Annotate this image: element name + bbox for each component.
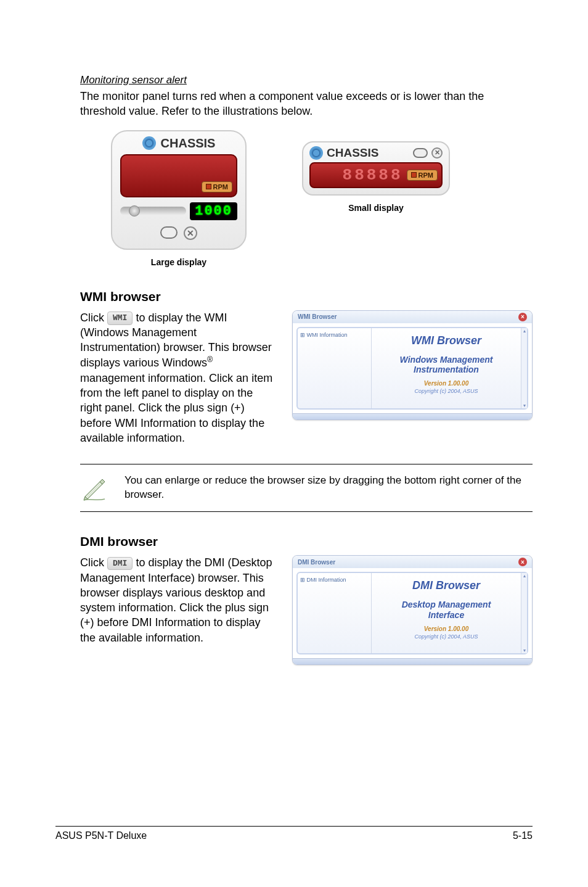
dmi-copyright: Copyright (c) 2004, ASUS (414, 633, 478, 640)
large-caption: Large display (151, 257, 206, 267)
chassis-large-gauge: CHASSIS RPM 1000 ✕ (111, 130, 247, 250)
page-footer: ASUS P5N-T Deluxe 5-15 (55, 826, 533, 841)
wmi-panel-sub: Windows Management Instrumentation (400, 355, 493, 376)
dmi-browser-window: DMI Browser × ⊞ DMI Information DMI Brow… (292, 555, 533, 665)
pencil-icon (80, 473, 110, 503)
monitoring-subheading: Monitoring sensor alert (80, 74, 533, 86)
chassis-small-gauge: CHASSIS ✕ 88888 RPM (302, 141, 450, 196)
dial-row: 1000 (120, 202, 237, 220)
alert-panel-large: RPM (120, 154, 237, 197)
threshold-slider[interactable] (120, 207, 186, 215)
alert-panel-small: 88888 RPM (309, 162, 443, 188)
monitoring-body: The monitor panel turns red when a compo… (80, 89, 533, 119)
registered-mark: ® (207, 355, 213, 364)
dmi-tree-label: DMI Information (307, 577, 346, 583)
lcd-readout: 1000 (190, 202, 237, 220)
chassis-large-header: CHASSIS (142, 136, 216, 151)
dmi-frame: ⊞ DMI Information DMI Browser Desktop Ma… (296, 572, 528, 654)
rpm-badge-large: RPM (202, 181, 232, 192)
scroll-up-icon[interactable]: ▴ (521, 328, 527, 334)
close-icon[interactable]: ✕ (184, 226, 197, 240)
close-icon[interactable]: × (518, 313, 527, 321)
rpm-label-large: RPM (213, 183, 228, 191)
resize-grip[interactable] (293, 413, 532, 419)
wmi-scrollbar[interactable]: ▴ ▾ (521, 328, 527, 408)
gauge-icon-row: ✕ (160, 226, 197, 240)
scroll-down-icon[interactable]: ▾ (521, 403, 527, 408)
dmi-chip[interactable]: DMI (107, 557, 133, 571)
wmi-tree-node[interactable]: ⊞ WMI Information (300, 332, 369, 338)
dmi-text: Click DMI to display the DMI (Desktop Ma… (80, 555, 277, 645)
wmi-chip[interactable]: WMI (107, 311, 133, 325)
dmi-sub2: Interface (428, 610, 464, 620)
wmi-window-title: WMI Browser (298, 313, 337, 320)
wmi-titlebar[interactable]: WMI Browser × (293, 311, 532, 323)
small-display-column: CHASSIS ✕ 88888 RPM Small display (302, 141, 450, 213)
wmi-tree-label: WMI Information (307, 332, 348, 338)
chassis-small-label: CHASSIS (327, 146, 378, 160)
wmi-two-col: Click WMI to display the WMI (Windows Ma… (80, 310, 533, 446)
page-content: Monitoring sensor alert The monitor pane… (0, 0, 588, 665)
dmi-scrollbar[interactable]: ▴ ▾ (521, 573, 527, 653)
rpm-label-small: RPM (419, 171, 433, 179)
dmi-panel-sub: Desktop Management Interface (402, 600, 491, 621)
toggle-icon[interactable] (160, 226, 178, 239)
footer-left: ASUS P5N-T Deluxe (55, 830, 147, 841)
chassis-large-label: CHASSIS (161, 136, 216, 151)
slider-knob[interactable] (129, 205, 140, 217)
toggle-icon[interactable] (413, 148, 428, 158)
wmi-text: Click WMI to display the WMI (Windows Ma… (80, 310, 277, 446)
segment-digits: 88888 (343, 166, 403, 184)
dmi-tree-node[interactable]: ⊞ DMI Information (300, 577, 369, 583)
dmi-panel-title: DMI Browser (412, 579, 480, 592)
wmi-browser-window: WMI Browser × ⊞ WMI Information WMI Brow… (292, 310, 533, 420)
wmi-heading: WMI browser (80, 289, 533, 304)
wmi-panel-title: WMI Browser (411, 334, 481, 347)
large-display-column: CHASSIS RPM 1000 ✕ (111, 130, 247, 267)
chassis-small-left: CHASSIS (309, 146, 378, 160)
wmi-frame: ⊞ WMI Information WMI Browser Windows Ma… (296, 327, 528, 410)
dmi-sub1: Desktop Management (402, 600, 491, 609)
scroll-up-icon[interactable]: ▴ (521, 573, 527, 579)
dmi-heading: DMI browser (80, 534, 533, 549)
fan-icon (309, 146, 323, 160)
wmi-info-pane: WMI Browser Windows Management Instrumen… (372, 328, 521, 408)
note-box: You can enlarge or reduce the browser si… (80, 464, 533, 512)
rpm-square-icon (411, 172, 417, 178)
wmi-version: Version 1.00.00 (424, 380, 468, 387)
wmi-copyright: Copyright (c) 2004, ASUS (414, 388, 478, 394)
fan-icon (142, 136, 156, 150)
close-icon[interactable]: ✕ (431, 147, 443, 159)
chassis-small-top: CHASSIS ✕ (309, 146, 443, 160)
wmi-sub2: Instrumentation (414, 365, 479, 374)
close-icon[interactable]: × (518, 558, 527, 566)
dmi-window-title: DMI Browser (298, 559, 335, 566)
dmi-tree-pane[interactable]: ⊞ DMI Information (298, 573, 372, 653)
dmi-info-pane: DMI Browser Desktop Management Interface… (372, 573, 521, 653)
wmi-tree-pane[interactable]: ⊞ WMI Information (298, 328, 372, 408)
wmi-text-1: Click (80, 311, 107, 324)
dmi-version: Version 1.00.00 (424, 625, 468, 632)
scroll-down-icon[interactable]: ▾ (521, 648, 527, 653)
display-row: CHASSIS RPM 1000 ✕ (80, 130, 533, 267)
wmi-sub1: Windows Management (400, 355, 493, 365)
rpm-square-icon (206, 184, 211, 189)
rpm-badge-small: RPM (407, 170, 438, 181)
dmi-text-1: Click (80, 556, 107, 569)
footer-right: 5-15 (513, 830, 533, 841)
chassis-small-right: ✕ (413, 147, 443, 159)
small-caption: Small display (348, 203, 403, 213)
dmi-two-col: Click DMI to display the DMI (Desktop Ma… (80, 555, 533, 665)
resize-grip[interactable] (293, 658, 532, 664)
wmi-text-3: management information. Click an item fr… (80, 372, 272, 444)
dmi-titlebar[interactable]: DMI Browser × (293, 556, 532, 568)
note-text: You can enlarge or reduce the browser si… (125, 474, 533, 502)
